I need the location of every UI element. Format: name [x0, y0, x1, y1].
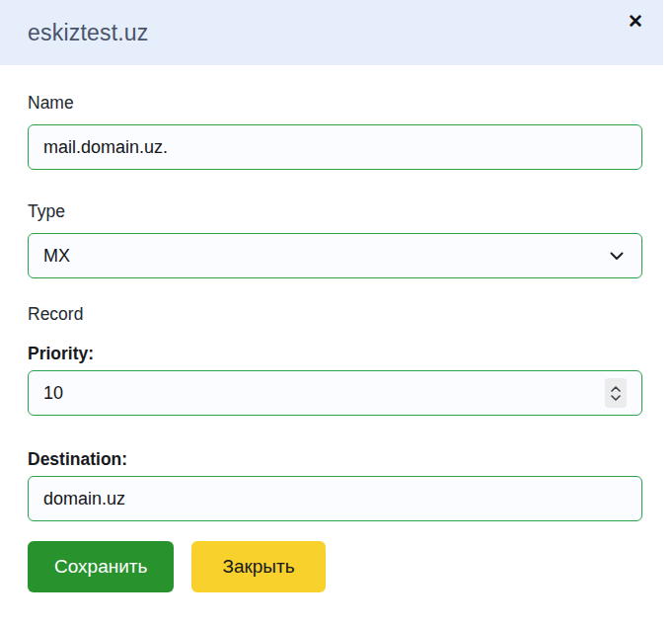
record-label: Record — [28, 304, 644, 325]
modal-title: eskiztest.uz — [28, 20, 149, 46]
priority-label: Priority: — [28, 344, 644, 364]
destination-label: Destination: — [28, 449, 644, 470]
chevron-up-icon — [611, 386, 621, 392]
close-icon[interactable]: ✕ — [622, 10, 649, 33]
type-label: Type — [28, 201, 644, 222]
action-buttons: Сохранить Закрыть — [28, 541, 644, 592]
type-select[interactable]: MX — [28, 233, 642, 278]
priority-input[interactable] — [28, 370, 642, 416]
chevron-down-icon — [610, 252, 624, 261]
chevron-down-icon — [611, 395, 621, 401]
number-stepper[interactable] — [605, 378, 627, 408]
close-button[interactable]: Закрыть — [191, 541, 325, 592]
priority-field-wrap — [28, 370, 642, 416]
save-button[interactable]: Сохранить — [28, 541, 174, 592]
name-label: Name — [28, 93, 644, 114]
type-select-value: MX — [43, 246, 70, 267]
name-input[interactable] — [28, 124, 642, 170]
modal-body: Name Type MX Record Priority: Destinatio… — [0, 65, 672, 592]
dns-record-modal: eskiztest.uz ✕ Name Type MX Record Prior… — [0, 0, 672, 626]
destination-input[interactable] — [28, 476, 642, 521]
modal-header: eskiztest.uz ✕ — [0, 0, 663, 65]
